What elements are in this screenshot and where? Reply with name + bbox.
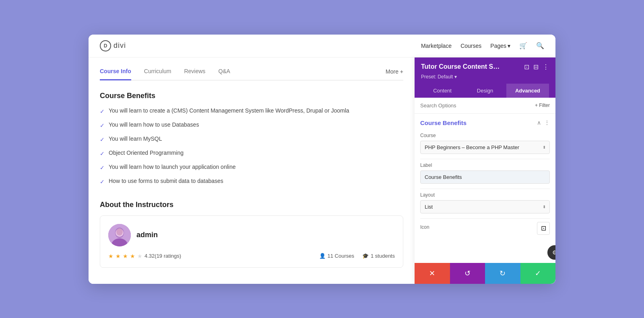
check-icon: ✓: [100, 178, 105, 186]
label-field-group: Label: [415, 159, 555, 189]
course-select-wrapper: PHP Beginners – Become a PHP Master: [420, 141, 550, 154]
tab-course-info[interactable]: Course Info: [100, 63, 131, 80]
tab-qa[interactable]: Q&A: [218, 63, 230, 80]
panel-title: Tutor Course Content Setti...: [421, 63, 502, 70]
more-icon[interactable]: ⋮: [543, 63, 549, 71]
rating-area: ★ ★ ★ ★ ★ 4.32(19 ratings): [108, 253, 181, 259]
icon-preview-inner: ⊡: [541, 224, 546, 232]
floating-icon: ⚙: [552, 249, 556, 256]
label-label: Label: [420, 162, 550, 168]
panel-tabs: Content Design Advanced: [421, 84, 549, 98]
instructor-header: admin: [108, 224, 395, 246]
rating-value: 4.32(19 ratings): [144, 253, 181, 259]
courses-icon: 👤: [319, 253, 326, 259]
course-tabs: Course Info Curriculum Reviews Q&A More …: [100, 57, 403, 80]
panel-header-icons: ⊡ ⊟ ⋮: [524, 63, 549, 71]
check-icon: ✓: [100, 107, 105, 116]
avatar: [108, 224, 131, 246]
options-icon[interactable]: ⋮: [544, 119, 550, 126]
panel-actions: ✕ ↺ ↻ ✓: [415, 263, 555, 284]
course-field-group: Course PHP Beginners – Become a PHP Mast…: [415, 129, 555, 159]
check-icon: ✓: [100, 164, 105, 172]
course-area: Course Info Curriculum Reviews Q&A More …: [89, 57, 415, 284]
panel-tab-content[interactable]: Content: [421, 84, 464, 98]
search-icon[interactable]: 🔍: [536, 42, 544, 49]
panel-header: Tutor Course Content Setti... ⊡ ⊟ ⋮ Pres…: [415, 57, 555, 98]
tab-reviews[interactable]: Reviews: [184, 63, 205, 80]
icon-label: Icon: [420, 224, 429, 230]
check-icon: ✓: [100, 121, 105, 130]
panel-tab-advanced[interactable]: Advanced: [506, 84, 549, 98]
tab-more[interactable]: More +: [386, 68, 403, 75]
instructor-card: admin ★ ★ ★ ★ ★ 4.32(19 ratings): [100, 215, 403, 268]
cancel-button[interactable]: ✕: [415, 263, 450, 284]
panel-section-title: Course Benefits: [420, 119, 466, 126]
check-icon: ✓: [100, 150, 105, 158]
course-benefits-title: Course Benefits: [100, 92, 403, 100]
filter-button[interactable]: + Filter: [535, 103, 550, 108]
list-item: ✓ Object Oriented Programming: [100, 149, 403, 158]
check-icon: ✓: [100, 135, 105, 144]
list-item: ✓ You will learn how to use Databases: [100, 121, 403, 130]
star-4: ★: [130, 253, 135, 259]
logo-circle: D: [100, 40, 111, 51]
undo-button[interactable]: ↺: [450, 263, 485, 284]
icon-preview[interactable]: ⊡: [537, 222, 550, 235]
list-item: ✓ You will learn how to launch your appl…: [100, 163, 403, 172]
students-stat: 🎓 1 students: [362, 253, 395, 259]
panel-section-header: Course Benefits ∧ ⋮: [415, 114, 555, 129]
search-filter-row: + Filter: [415, 98, 555, 114]
panel-tab-design[interactable]: Design: [464, 84, 506, 98]
star-5: ★: [137, 253, 142, 259]
instructor-name: admin: [136, 231, 158, 239]
label-input[interactable]: [420, 170, 550, 184]
cart-icon[interactable]: 🛒: [519, 42, 527, 49]
logo-text: divi: [114, 41, 126, 50]
stats-right: 👤 11 Courses 🎓 1 students: [319, 253, 395, 259]
collapse-icon[interactable]: ∧: [537, 119, 541, 126]
nav-links: Marketplace Courses Pages ▾ 🛒 🔍: [421, 42, 544, 49]
nav-marketplace[interactable]: Marketplace: [421, 43, 452, 49]
browser-window: D divi Marketplace Courses Pages ▾ 🛒 🔍 C…: [89, 35, 555, 284]
course-select[interactable]: PHP Beginners – Become a PHP Master: [420, 141, 550, 154]
settings-panel: Tutor Course Content Setti... ⊡ ⊟ ⋮ Pres…: [415, 57, 555, 284]
students-icon: 🎓: [362, 253, 369, 259]
instructors-title: About the Instructors: [100, 201, 403, 209]
layout-select[interactable]: List: [420, 200, 550, 213]
search-options-input[interactable]: [420, 103, 531, 109]
benefit-list: ✓ You will learn to create a (CMS) Conte…: [100, 107, 403, 186]
courses-stat: 👤 11 Courses: [319, 253, 354, 259]
list-item: ✓ How to use forms to submit data to dat…: [100, 177, 403, 186]
course-label: Course: [420, 133, 550, 138]
layout-select-wrapper: List: [420, 200, 550, 213]
star-1: ★: [108, 253, 114, 259]
layout-field-group: Layout List: [415, 189, 555, 218]
nav-bar: D divi Marketplace Courses Pages ▾ 🛒 🔍: [89, 35, 555, 57]
preview-icon[interactable]: ⊡: [524, 63, 529, 71]
layout-icon[interactable]: ⊟: [533, 63, 539, 71]
panel-section-icons: ∧ ⋮: [537, 119, 550, 126]
star-3: ★: [123, 253, 128, 259]
panel-title-row: Tutor Course Content Setti... ⊡ ⊟ ⋮: [421, 63, 549, 71]
list-item: ✓ You will learn to create a (CMS) Conte…: [100, 107, 403, 116]
panel-body: + Filter Course Benefits ∧ ⋮ Course PHP: [415, 98, 555, 263]
star-2: ★: [116, 253, 121, 259]
layout-label: Layout: [420, 192, 550, 198]
list-item: ✓ You will learn MySQL: [100, 135, 403, 144]
nav-courses[interactable]: Courses: [460, 43, 481, 49]
logo-area: D divi: [100, 40, 126, 51]
nav-pages[interactable]: Pages ▾: [490, 43, 510, 49]
save-button[interactable]: ✓: [520, 263, 556, 284]
icon-field-row: Icon ⊡: [415, 219, 555, 238]
svg-point-4: [116, 228, 123, 236]
preset-text[interactable]: Preset: Default ▾: [421, 74, 549, 80]
instructor-stats: ★ ★ ★ ★ ★ 4.32(19 ratings) 👤 11 Courses: [108, 253, 395, 259]
main-content: Course Info Curriculum Reviews Q&A More …: [89, 57, 555, 284]
tab-curriculum[interactable]: Curriculum: [144, 63, 171, 80]
redo-button[interactable]: ↻: [485, 263, 520, 284]
